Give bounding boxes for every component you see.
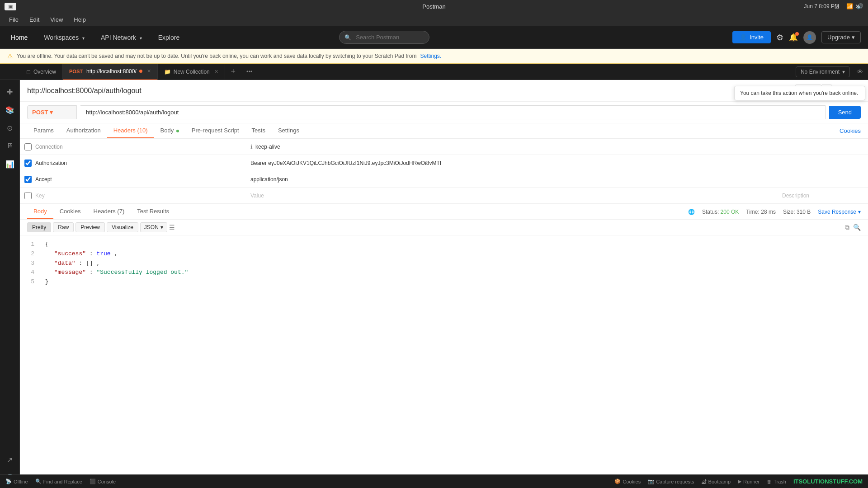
- env-dropdown[interactable]: No Environment ▾: [796, 66, 850, 77]
- language-select[interactable]: JSON ▾: [140, 222, 167, 232]
- header-connection-info: ℹ keep-alive: [246, 141, 778, 153]
- method-select[interactable]: POST ▾: [27, 105, 77, 119]
- info-icon[interactable]: ℹ: [250, 144, 253, 150]
- sidebar-new-icon[interactable]: ✚: [2, 84, 18, 100]
- url-input[interactable]: [80, 105, 826, 119]
- nav-workspaces[interactable]: Workspaces ▾: [40, 31, 88, 44]
- add-tab-button[interactable]: +: [225, 64, 241, 80]
- tab-new-collection[interactable]: 📁 New Collection ✕: [158, 64, 225, 80]
- format-visualize-button[interactable]: Visualize: [107, 222, 138, 232]
- notification-dot: [795, 32, 799, 36]
- tab-tests[interactable]: Tests: [245, 123, 272, 138]
- bootcamp-button[interactable]: 🏕 Bootcamp: [702, 479, 731, 484]
- trash-button[interactable]: 🗑 Trash: [767, 479, 786, 484]
- tab-body[interactable]: Body: [154, 123, 185, 138]
- send-button[interactable]: Send: [829, 106, 861, 119]
- maximize-button[interactable]: □: [826, 0, 847, 13]
- tab-params[interactable]: Params: [27, 123, 60, 138]
- search-input[interactable]: [339, 31, 429, 44]
- console-button[interactable]: ⬛ Console: [90, 479, 116, 484]
- header-auth-checkbox[interactable]: [24, 160, 32, 167]
- tab-close-icon[interactable]: ✕: [147, 68, 151, 74]
- bootcamp-label: Bootcamp: [708, 479, 731, 484]
- sidebar-collections-icon[interactable]: 📚: [2, 102, 18, 118]
- format-preview-button[interactable]: Preview: [75, 222, 105, 232]
- tab-pre-request[interactable]: Pre-request Script: [185, 123, 245, 138]
- tab-overview[interactable]: ◻ Overview: [20, 64, 63, 80]
- minimize-button[interactable]: —: [806, 0, 826, 13]
- search-icon: 🔍: [344, 34, 351, 41]
- headers-area: Connection ℹ keep-alive Authorization: [20, 139, 868, 204]
- json-line-5: 5 }: [27, 277, 861, 287]
- resp-tab-cookies[interactable]: Cookies: [53, 204, 87, 219]
- menu-view[interactable]: View: [46, 14, 67, 25]
- size-value: 310 B: [797, 209, 811, 215]
- tab-settings[interactable]: Settings: [272, 123, 306, 138]
- warning-icon: ⚠: [7, 52, 13, 60]
- env-settings-icon[interactable]: 👁: [854, 66, 866, 78]
- format-raw-button[interactable]: Raw: [53, 222, 74, 232]
- settings-icon[interactable]: ⚙: [776, 33, 783, 42]
- language-dropdown-arrow: ▾: [160, 224, 163, 230]
- close-button[interactable]: ✕: [847, 0, 868, 13]
- nav-explore[interactable]: Explore: [155, 31, 183, 44]
- collection-icon: 📁: [164, 69, 171, 75]
- upgrade-button[interactable]: Upgrade ▾: [821, 31, 861, 43]
- avatar[interactable]: 👤: [803, 31, 816, 44]
- menu-file[interactable]: File: [5, 14, 23, 25]
- nav-api-network[interactable]: API Network ▾: [97, 31, 146, 44]
- invite-button[interactable]: 👤 Invite: [732, 31, 771, 43]
- search-response-icon[interactable]: 🔍: [853, 224, 861, 231]
- header-empty-value-cell: Value: [246, 190, 778, 202]
- runner-button[interactable]: ▶ Runner: [738, 479, 760, 484]
- find-replace-button[interactable]: 🔍 Find and Replace: [35, 479, 82, 484]
- tab-collection-close-icon[interactable]: ✕: [214, 69, 218, 75]
- offline-label: Offline: [14, 479, 28, 484]
- header-accept-value: application/json: [250, 176, 288, 183]
- console-label: Console: [98, 479, 116, 484]
- response-section: Body Cookies Headers (7) Test Results 🌐 …: [20, 204, 868, 488]
- nav-home[interactable]: Home: [7, 31, 31, 44]
- sidebar-share-icon[interactable]: ↗: [2, 451, 18, 468]
- json-line-3: 3 "data" : [] ,: [27, 259, 861, 268]
- offline-icon: 📡: [5, 479, 12, 484]
- tab-authorization[interactable]: Authorization: [60, 123, 107, 138]
- offline-indicator[interactable]: 📡 Offline: [5, 479, 28, 484]
- capture-label: Capture requests: [656, 479, 694, 484]
- tab-headers[interactable]: Headers (10): [107, 123, 154, 138]
- filter-icon[interactable]: ☰: [169, 224, 175, 231]
- header-auth-desc: [778, 160, 868, 166]
- sidebar-mock-icon[interactable]: 🖥: [2, 138, 18, 154]
- notification-icon[interactable]: 🔔: [789, 33, 798, 42]
- resp-tab-test-results[interactable]: Test Results: [131, 204, 175, 219]
- copy-response-icon[interactable]: ⧉: [845, 224, 849, 231]
- header-auth-value-cell: Bearer eyJ0eXAiOiJKV1QiLCJhbGciOiJIUzI1N…: [246, 157, 778, 169]
- format-pretty-button[interactable]: Pretty: [27, 222, 51, 232]
- resp-headers-count: (7): [117, 208, 124, 215]
- cookies-bottom-label: Cookies: [623, 479, 641, 484]
- header-connection-checkbox[interactable]: [24, 143, 32, 150]
- find-replace-icon: 🔍: [35, 479, 42, 484]
- cookies-bottom-button[interactable]: 🍪 Cookies: [614, 479, 641, 484]
- capture-requests-button[interactable]: 📷 Capture requests: [648, 479, 694, 484]
- resp-tab-headers[interactable]: Headers (7): [87, 204, 131, 219]
- cookies-link[interactable]: Cookies: [840, 127, 861, 134]
- console-icon: ⬛: [90, 479, 96, 484]
- menu-help[interactable]: Help: [69, 14, 90, 25]
- header-accept-checkbox[interactable]: [24, 176, 32, 183]
- sidebar-environments-icon[interactable]: ⊙: [2, 120, 18, 136]
- header-empty-value-placeholder: Value: [250, 192, 264, 199]
- settings-link[interactable]: Settings.: [420, 53, 441, 59]
- system-info: ▣: [5, 3, 16, 10]
- tab-request[interactable]: POST http://localhost:8000/ ✕: [63, 64, 158, 80]
- resp-tab-body[interactable]: Body: [27, 204, 53, 219]
- workspaces-dropdown-arrow: ▾: [82, 36, 85, 41]
- sidebar-monitor-icon[interactable]: 📊: [2, 156, 18, 172]
- tab-more-button[interactable]: •••: [241, 64, 258, 80]
- header-empty-checkbox[interactable]: [24, 192, 32, 199]
- menu-edit[interactable]: Edit: [25, 14, 44, 25]
- runner-icon: ▶: [738, 479, 741, 484]
- req-content: Connection ℹ keep-alive Authorization: [20, 139, 868, 488]
- request-url-display: http://localhost:8000/api/auth/logout: [27, 87, 790, 95]
- save-response-button[interactable]: Save Response ▾: [818, 209, 861, 215]
